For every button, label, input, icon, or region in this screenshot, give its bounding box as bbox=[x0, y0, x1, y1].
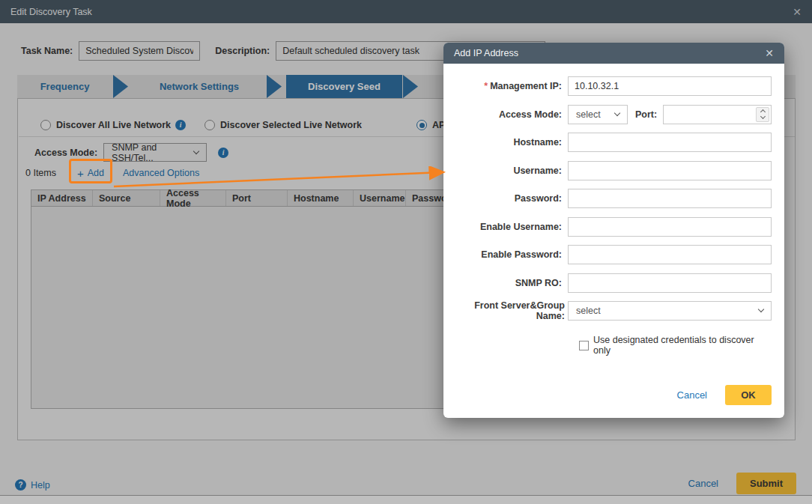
modal-cancel-link[interactable]: Cancel bbox=[677, 389, 707, 401]
port-spinner[interactable] bbox=[756, 107, 769, 122]
enable-username-row: Enable Username: bbox=[454, 217, 772, 237]
password-label: Password: bbox=[454, 193, 562, 204]
ok-button[interactable]: OK bbox=[725, 385, 772, 405]
enable-password-row: Enable Password: bbox=[454, 245, 772, 264]
password-input[interactable] bbox=[568, 189, 772, 208]
access-mode-port-row: Access Mode: select Port: bbox=[454, 105, 772, 124]
port-label: Port: bbox=[635, 109, 657, 120]
snmp-ro-label: SNMP RO: bbox=[454, 278, 562, 288]
management-ip-label: *Management IP: bbox=[454, 81, 562, 91]
modal-close-icon[interactable]: ✕ bbox=[765, 48, 774, 58]
chevron-down-icon bbox=[758, 306, 764, 312]
port-field bbox=[663, 105, 772, 124]
management-ip-input[interactable] bbox=[568, 76, 772, 96]
hostname-label: Hostname: bbox=[454, 137, 562, 148]
management-ip-row: *Management IP: bbox=[454, 76, 772, 96]
front-server-value: select bbox=[576, 306, 601, 316]
hostname-row: Hostname: bbox=[454, 133, 772, 152]
designated-credentials-checkbox[interactable] bbox=[579, 341, 589, 350]
modal-actions: Cancel OK bbox=[677, 385, 772, 405]
modal-access-mode-label: Access Mode: bbox=[454, 109, 562, 120]
modal-body: *Management IP: Access Mode: select Port… bbox=[443, 64, 784, 356]
front-server-label: Front Server&Group Name: bbox=[454, 300, 565, 321]
username-input[interactable] bbox=[568, 161, 772, 180]
modal-access-mode-select[interactable]: select bbox=[568, 105, 628, 124]
spinner-down-icon bbox=[760, 114, 765, 119]
username-row: Username: bbox=[454, 161, 772, 180]
front-server-row: Front Server&Group Name: select bbox=[454, 301, 772, 321]
password-row: Password: bbox=[454, 189, 772, 208]
screen: Edit Discovery Task ✕ Task Name: Descrip… bbox=[0, 0, 812, 504]
enable-username-input[interactable] bbox=[568, 217, 772, 237]
enable-username-label: Enable Username: bbox=[454, 222, 562, 232]
enable-password-input[interactable] bbox=[568, 245, 772, 264]
add-ip-address-modal: Add IP Address ✕ *Management IP: Access … bbox=[443, 43, 784, 418]
designated-credentials-label: Use designated credentials to discover o… bbox=[593, 335, 772, 356]
snmp-ro-row: SNMP RO: bbox=[454, 273, 772, 293]
chevron-down-icon bbox=[614, 109, 620, 115]
add-button-highlight bbox=[69, 159, 112, 183]
modal-access-mode-value: select bbox=[576, 109, 601, 120]
required-asterisk: * bbox=[484, 81, 488, 91]
snmp-ro-input[interactable] bbox=[568, 273, 772, 293]
modal-title: Add IP Address bbox=[454, 48, 518, 58]
modal-titlebar: Add IP Address ✕ bbox=[443, 43, 784, 64]
username-label: Username: bbox=[454, 166, 562, 176]
hostname-input[interactable] bbox=[568, 133, 772, 152]
front-server-select[interactable]: select bbox=[568, 301, 772, 321]
annotation-arrow bbox=[109, 166, 449, 192]
enable-password-label: Enable Password: bbox=[454, 249, 562, 260]
designated-credentials-row: Use designated credentials to discover o… bbox=[579, 335, 772, 356]
